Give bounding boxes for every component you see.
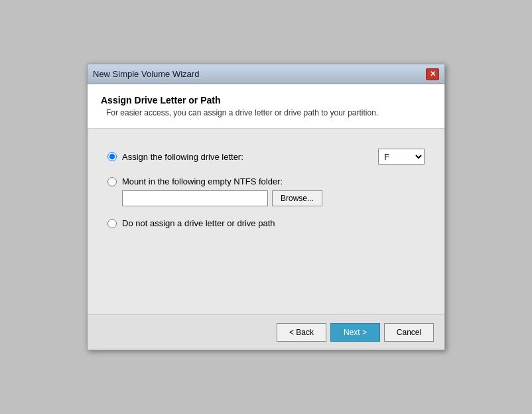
assign-letter-option: Assign the following drive letter: [107,152,243,162]
options-group: Assign the following drive letter: D E F… [107,149,425,228]
header-section: Assign Drive Letter or Path For easier a… [88,84,444,129]
mount-ntfs-option: Mount in the following empty NTFS folder… [107,176,425,186]
mount-ntfs-row: Mount in the following empty NTFS folder… [107,176,425,206]
no-assign-radio[interactable] [107,219,117,228]
page-title: Assign Drive Letter or Path [101,95,431,105]
mount-ntfs-label[interactable]: Mount in the following empty NTFS folder… [122,176,283,186]
close-button[interactable]: ✕ [426,68,439,80]
assign-letter-label[interactable]: Assign the following drive letter: [122,152,243,162]
drive-letter-select[interactable]: D E F G H I J [378,149,425,165]
assign-letter-radio[interactable] [107,152,117,161]
mount-ntfs-radio[interactable] [107,177,117,186]
next-button[interactable]: Next > [330,323,380,342]
back-button[interactable]: < Back [277,323,326,342]
page-subtitle: For easier access, you can assign a driv… [106,108,431,117]
window-title: New Simple Volume Wizard [93,69,199,79]
assign-letter-row: Assign the following drive letter: D E F… [107,149,425,165]
no-assign-row: Do not assign a drive letter or drive pa… [107,218,425,228]
content-section: Assign the following drive letter: D E F… [88,129,444,314]
browse-button[interactable]: Browse... [272,190,322,206]
ntfs-path-input[interactable] [122,190,268,206]
footer-section: < Back Next > Cancel [88,314,444,350]
no-assign-label[interactable]: Do not assign a drive letter or drive pa… [122,218,275,228]
cancel-button[interactable]: Cancel [384,323,434,342]
drive-letter-dropdown: D E F G H I J [378,149,425,165]
title-bar: New Simple Volume Wizard ✕ [88,64,444,84]
ntfs-input-row: Browse... [122,190,425,206]
dialog-window: New Simple Volume Wizard ✕ Assign Drive … [87,64,445,350]
